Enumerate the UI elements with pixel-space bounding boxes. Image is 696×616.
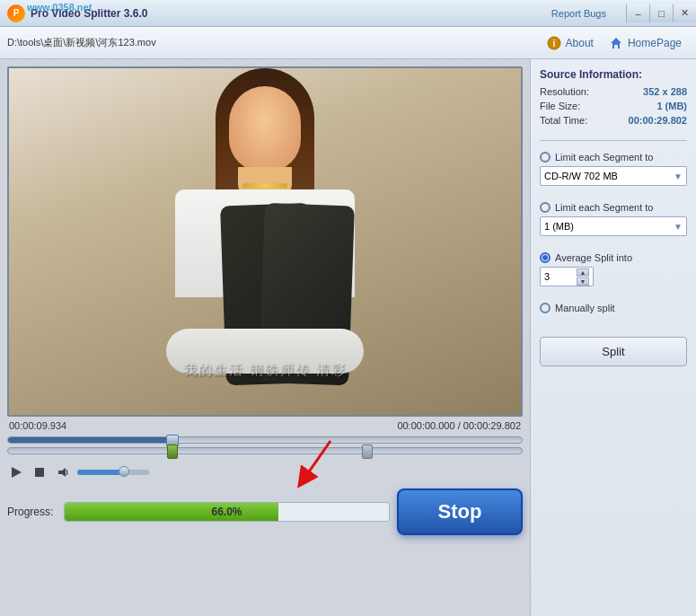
radio-limit-mb[interactable] [540,202,551,213]
seek-area [7,436,523,460]
svg-text:i: i [552,39,555,48]
option-manual-split: Manually split [540,303,687,317]
limit-mb-dropdown-arrow: ▼ [674,222,683,232]
svg-marker-5 [58,468,66,477]
app-logo: P [7,4,25,22]
radio-avg-split[interactable] [540,252,551,263]
resolution-label: Resolution: [540,86,589,97]
progress-text: 66.0% [65,503,389,521]
avg-split-spinner-row: 3 ▲ ▼ [540,267,687,286]
report-bugs-link[interactable]: Report Bugs [551,8,606,19]
limit-mb-select-value: 1 (MB) [544,221,574,232]
limit-mb-select[interactable]: 1 (MB) ▼ [540,216,687,236]
maximize-button[interactable]: □ [649,4,673,22]
volume-handle[interactable] [119,466,129,477]
svg-marker-2 [611,38,621,48]
volume-icon [54,463,72,481]
progress-label: Progress: [7,506,57,518]
radio-manual-split[interactable] [540,303,551,313]
segment-handle-left[interactable] [167,444,178,459]
limit-cd-select-value: CD-R/W 702 MB [544,171,618,181]
minimize-button[interactable]: – [626,4,649,22]
totaltime-value: 00:00:29.802 [629,115,687,126]
spinner-buttons: ▲ ▼ [577,268,589,286]
seek-bar[interactable] [7,436,523,444]
totaltime-row: Total Time: 00:00:29.802 [540,115,687,126]
avg-split-spinner[interactable]: 3 ▲ ▼ [540,267,594,286]
video-panel: 我的生活 钢铁师传 清彩 00:00:09.934 00:00:00.000 /… [0,59,530,616]
segment-bar[interactable] [7,447,523,454]
about-icon: i [546,35,562,51]
split-button[interactable]: Split [540,337,687,366]
option-limit-cd: Limit each Segment to CD-R/W 702 MB ▼ [540,152,687,189]
source-info-section: Source Information: Resolution: 352 x 28… [540,68,687,129]
close-button[interactable]: ✕ [673,4,696,22]
seek-bar-progress [8,437,172,443]
video-watermark: 我的生活 钢铁师传 清彩 [183,362,347,379]
radio-limit-cd[interactable] [540,152,551,163]
segment-handle-right[interactable] [362,444,373,459]
time-display: 00:00:00.000 / 00:00:29.802 [397,420,521,431]
limit-mb-label: Limit each Segment to [555,202,653,213]
video-frame: 我的生活 钢铁师传 清彩 [9,68,521,415]
divider-1 [540,140,687,141]
radio-limit-cd-row[interactable]: Limit each Segment to [540,152,687,163]
radio-manual-row[interactable]: Manually split [540,303,687,313]
progress-bar: 66.0% [64,502,390,522]
avg-split-label: Average Split into [555,252,632,263]
home-icon [608,35,624,51]
controls-row [7,462,523,483]
play-button[interactable] [7,463,25,481]
resolution-value: 352 x 288 [643,86,687,97]
svg-marker-3 [12,467,22,478]
source-info-title: Source Information: [540,68,687,81]
current-time: 00:00:09.934 [9,420,66,431]
resolution-row: Resolution: 352 x 288 [540,86,687,97]
video-display: 我的生活 钢铁师传 清彩 [7,66,523,417]
filesize-value: 1 (MB) [656,101,687,111]
limit-mb-select-row: 1 (MB) ▼ [540,216,687,236]
right-panel: Source Information: Resolution: 352 x 28… [530,59,696,616]
progress-section: Progress: 66.0% Stop [7,483,523,537]
avg-split-value: 3 [544,271,550,282]
spinner-down-button[interactable]: ▼ [577,277,589,286]
limit-cd-select[interactable]: CD-R/W 702 MB ▼ [540,166,687,186]
stop-main-button[interactable]: Stop [397,488,523,535]
svg-rect-4 [35,468,44,477]
limit-cd-select-row: CD-R/W 702 MB ▼ [540,166,687,186]
totaltime-label: Total Time: [540,115,587,126]
limit-cd-label: Limit each Segment to [555,152,653,163]
about-label: About [566,37,594,49]
filesize-label: File Size: [540,101,580,111]
progress-row: Progress: 66.0% Stop [7,483,523,537]
time-row: 00:00:09.934 00:00:00.000 / 00:00:29.802 [7,417,523,435]
limit-cd-dropdown-arrow: ▼ [674,172,683,181]
watermark-text: www.0358.net [27,2,92,13]
window-controls: – □ ✕ [626,4,696,22]
spinner-up-button[interactable]: ▲ [577,268,589,277]
toolbar: D:\tools\桌面\新视频\河东123.mov i About HomePa… [0,27,696,59]
volume-slider[interactable] [77,470,149,475]
about-button[interactable]: i About [539,31,601,55]
stop-button[interactable] [31,463,48,481]
option-avg-split: Average Split into 3 ▲ ▼ [540,252,687,290]
manual-split-label: Manually split [555,303,615,313]
title-bar: P Pro Video Splitter 3.6.0 www.0358.net … [0,0,696,27]
filesize-row: File Size: 1 (MB) [540,101,687,111]
file-path: D:\tools\桌面\新视频\河东123.mov [7,36,530,49]
radio-avg-split-row[interactable]: Average Split into [540,252,687,263]
radio-limit-mb-row[interactable]: Limit each Segment to [540,202,687,213]
option-limit-mb: Limit each Segment to 1 (MB) ▼ [540,202,687,240]
main-content: 我的生活 钢铁师传 清彩 00:00:09.934 00:00:00.000 /… [0,59,696,616]
homepage-label: HomePage [628,37,682,49]
homepage-button[interactable]: HomePage [601,31,689,55]
